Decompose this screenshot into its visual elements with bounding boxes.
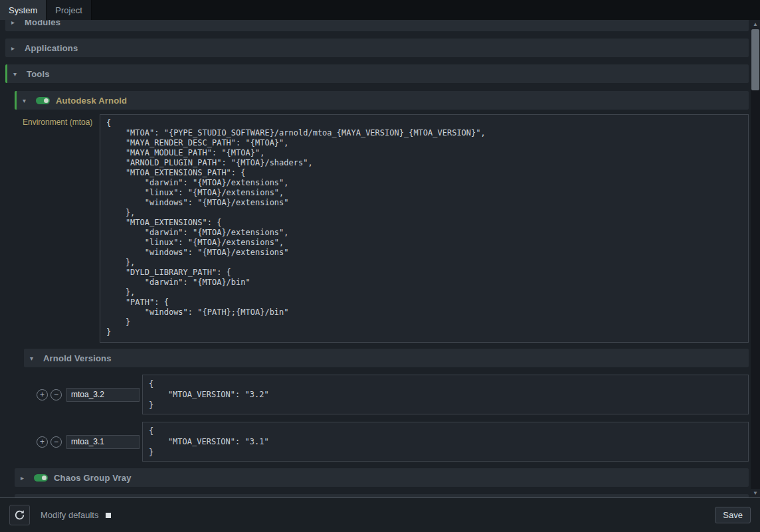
- scrollbar-thumb[interactable]: [751, 29, 759, 90]
- add-item-button[interactable]: +: [37, 436, 48, 448]
- section-title-tools: Tools: [27, 69, 50, 79]
- version-json-editor[interactable]: { "MTOA_VERSION": "3.2" }: [142, 375, 749, 414]
- environment-label: Environment (mtoa): [23, 114, 97, 343]
- refresh-button[interactable]: [9, 505, 30, 525]
- tab-system[interactable]: System: [0, 0, 47, 20]
- enabled-toggle[interactable]: [34, 474, 48, 482]
- settings-panel: ▸ Modules ▸ Applications ▾ Tools ▾ Autod…: [0, 20, 760, 497]
- environment-json-editor[interactable]: { "MTOA": "{PYPE_STUDIO_SOFTWARE}/arnold…: [100, 114, 749, 343]
- tab-bar: System Project: [0, 0, 760, 20]
- section-header-chaos-group-vray[interactable]: ▸ Chaos Group Vray: [15, 468, 749, 487]
- chevron-down-icon: ▾: [13, 70, 21, 78]
- section-header-autodesk-arnold[interactable]: ▾ Autodesk Arnold: [15, 91, 749, 110]
- modify-defaults-label: Modify defaults: [41, 510, 98, 520]
- tab-project-label: Project: [55, 5, 82, 15]
- version-key-input[interactable]: [66, 388, 140, 402]
- section-title-applications: Applications: [25, 43, 78, 53]
- version-row: + − { "MTOA_VERSION": "3.2" }: [24, 375, 749, 414]
- section-header-arnold-versions[interactable]: ▾ Arnold Versions: [24, 349, 749, 367]
- scroll-up-icon[interactable]: ▲: [751, 20, 760, 29]
- remove-item-button[interactable]: −: [50, 389, 62, 400]
- section-header-applications[interactable]: ▸ Applications: [5, 39, 749, 57]
- version-key-input[interactable]: [66, 435, 140, 449]
- section-header-tools[interactable]: ▾ Tools: [5, 64, 749, 83]
- tab-system-label: System: [9, 5, 37, 15]
- scroll-down-icon[interactable]: ▼: [751, 489, 760, 497]
- footer-bar: Modify defaults Save: [0, 497, 760, 532]
- save-button[interactable]: Save: [715, 507, 751, 523]
- enabled-toggle[interactable]: [36, 97, 50, 104]
- chevron-right-icon: ▸: [11, 44, 19, 52]
- arnold-section-body: Environment (mtoa) { "MTOA": "{PYPE_STUD…: [15, 114, 749, 462]
- section-title-modules: Modules: [25, 20, 60, 27]
- add-item-button[interactable]: +: [37, 389, 48, 400]
- tab-project[interactable]: Project: [47, 0, 91, 20]
- refresh-icon: [14, 509, 25, 521]
- section-header-modules[interactable]: ▸ Modules: [5, 20, 749, 31]
- vertical-scrollbar: ▲ ▼: [751, 20, 760, 497]
- chevron-down-icon: ▾: [30, 355, 37, 362]
- chevron-down-icon: ▾: [23, 97, 30, 104]
- chevron-right-icon: ▸: [21, 474, 28, 482]
- version-json-editor[interactable]: { "MTOA_VERSION": "3.1" }: [142, 422, 749, 462]
- remove-item-button[interactable]: −: [50, 436, 62, 448]
- chevron-right-icon: ▸: [11, 20, 19, 26]
- tools-section-body: ▾ Autodesk Arnold Environment (mtoa) { "…: [15, 91, 749, 497]
- section-title-arnold-versions: Arnold Versions: [43, 353, 112, 363]
- section-title-chaos-group-vray: Chaos Group Vray: [54, 473, 132, 483]
- version-row: + − { "MTOA_VERSION": "3.1" }: [24, 422, 749, 462]
- environment-field-row: Environment (mtoa) { "MTOA": "{PYPE_STUD…: [15, 114, 749, 343]
- modify-defaults-checkbox[interactable]: [106, 513, 111, 518]
- arnold-versions-body: + − { "MTOA_VERSION": "3.2" } + − { "MTO…: [24, 375, 749, 462]
- section-title-autodesk-arnold: Autodesk Arnold: [56, 96, 127, 106]
